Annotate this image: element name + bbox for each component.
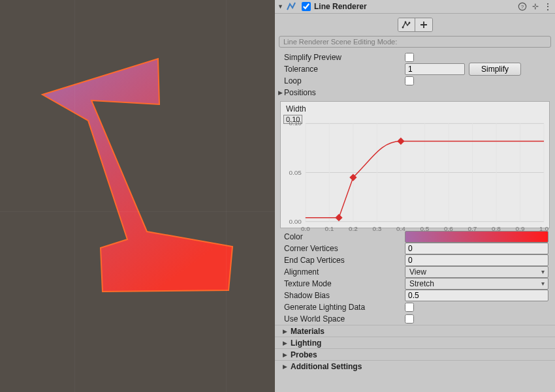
svg-text:0.6: 0.6 (444, 225, 453, 232)
tolerance-field[interactable] (405, 63, 465, 75)
help-icon[interactable]: ? (518, 2, 527, 11)
svg-marker-0 (42, 59, 232, 292)
simplify-preview-label: Simplify Preview (284, 53, 405, 62)
generate-lighting-checkbox[interactable] (405, 303, 414, 312)
component-title: Line Renderer (314, 2, 518, 11)
alignment-dropdown[interactable]: View (405, 266, 548, 278)
svg-rect-5 (535, 4, 535, 7)
svg-rect-6 (535, 7, 535, 10)
chevron-right-icon: ▶ (283, 352, 291, 358)
svg-text:0.9: 0.9 (516, 225, 525, 232)
loop-label: Loop (284, 76, 405, 85)
shadow-bias-field[interactable] (405, 290, 548, 301)
positions-label: Positions (284, 88, 316, 97)
svg-text:0.05: 0.05 (289, 169, 302, 176)
svg-text:0.2: 0.2 (349, 225, 358, 232)
chevron-right-icon: ▶ (283, 340, 291, 346)
svg-rect-4 (536, 6, 539, 7)
width-curve[interactable]: Width 0.10 0.000.050.100.00.10.20.30.40.… (280, 101, 550, 228)
svg-text:0.5: 0.5 (420, 225, 430, 232)
simplify-preview-checkbox[interactable] (405, 53, 414, 62)
texture-mode-dropdown[interactable]: Stretch (405, 278, 548, 290)
shadow-bias-label: Shadow Bias (284, 291, 405, 300)
positions-foldout-icon: ▶ (276, 89, 284, 96)
add-point-button[interactable] (415, 18, 432, 31)
svg-point-7 (402, 27, 404, 29)
svg-text:0.8: 0.8 (492, 225, 501, 232)
svg-text:1.0: 1.0 (539, 225, 548, 232)
svg-point-8 (405, 22, 407, 23)
component-header: ▼ Line Renderer ? ⋮ (275, 0, 555, 14)
svg-text:?: ? (521, 4, 524, 10)
edit-points-button[interactable] (398, 18, 415, 31)
component-enabled-checkbox[interactable] (302, 2, 311, 11)
positions-foldout[interactable]: ▶ Positions (275, 87, 555, 98)
chevron-right-icon: ▶ (283, 328, 291, 335)
lighting-foldout[interactable]: ▶ Lighting (275, 337, 555, 348)
end-cap-vertices-label: End Cap Vertices (284, 256, 405, 265)
svg-rect-40 (397, 138, 404, 145)
corner-vertices-label: Corner Vertices (284, 244, 405, 253)
corner-vertices-field[interactable] (405, 243, 548, 254)
svg-rect-3 (533, 6, 535, 7)
alignment-label: Alignment (284, 267, 405, 277)
simplify-button[interactable]: Simplify (469, 63, 521, 76)
preset-icon[interactable] (531, 2, 540, 11)
svg-text:0.00: 0.00 (289, 218, 302, 225)
width-curve-title: Width (286, 104, 306, 113)
scene-editing-mode-label: Line Renderer Scene Editing Mode: (279, 36, 551, 48)
use-world-space-label: Use World Space (284, 314, 405, 324)
context-menu-icon[interactable]: ⋮ (544, 2, 552, 11)
line-renderer-shape (0, 0, 275, 392)
tolerance-label: Tolerance (284, 65, 405, 74)
edit-mode-toolbar (275, 14, 555, 36)
svg-text:0.7: 0.7 (468, 225, 477, 232)
materials-foldout[interactable]: ▶ Materials (275, 325, 555, 337)
end-cap-vertices-field[interactable] (405, 254, 548, 266)
svg-text:0.4: 0.4 (396, 225, 405, 232)
generate-lighting-label: Generate Lighting Data (284, 303, 405, 312)
svg-text:0.3: 0.3 (372, 225, 381, 232)
scene-viewport[interactable] (0, 0, 275, 392)
use-world-space-checkbox[interactable] (405, 314, 414, 324)
loop-checkbox[interactable] (405, 76, 414, 85)
inspector-panel: ▼ Line Renderer ? ⋮ Line Renderer Scene … (275, 0, 555, 392)
svg-rect-38 (335, 214, 342, 221)
svg-text:0.10: 0.10 (289, 119, 302, 127)
svg-text:0.1: 0.1 (325, 225, 334, 232)
probes-foldout[interactable]: ▶ Probes (275, 348, 555, 360)
component-foldout-toggle[interactable]: ▼ (278, 3, 284, 10)
chevron-right-icon: ▶ (283, 363, 291, 370)
additional-settings-foldout[interactable]: ▶ Additional Settings (275, 360, 555, 372)
line-renderer-icon (286, 1, 296, 12)
svg-point-9 (409, 22, 411, 24)
svg-text:0.0: 0.0 (301, 225, 310, 232)
texture-mode-label: Texture Mode (284, 279, 405, 288)
